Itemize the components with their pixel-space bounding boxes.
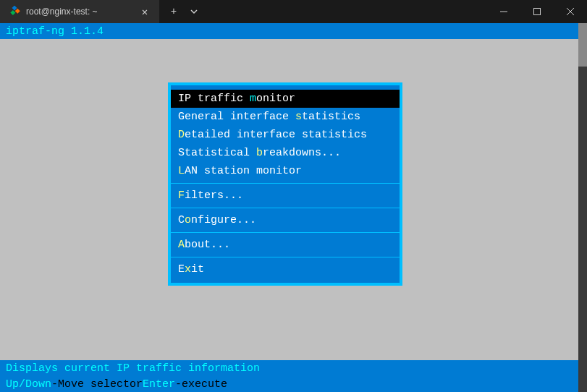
tab-dropdown-button[interactable] [185,3,203,20]
hint-bar: Up/Down-Move selector Enter-execute [0,376,587,392]
menu-item-post: reakdowns... [263,147,341,159]
menu-divider [171,257,400,257]
svg-rect-4 [534,9,541,15]
terminal-area: iptraf-ng 1.1.4 IP traffic monitorGenera… [0,23,587,392]
menu-item-pre: E [178,263,185,276]
menu-item-post: AN station monitor [185,165,302,177]
menu-item-post: onitor [256,93,295,105]
menu-divider [171,232,400,233]
tab-title: root@nginx-test: ~ [26,7,133,17]
menu-item-post: it [191,263,204,276]
menu-item-pre: IP traffic [178,93,250,105]
menu-item-post: etailed interface statistics [185,129,367,141]
menu-item-hotkey: L [178,165,185,177]
menu-item-post: ilters... [185,189,243,202]
tab-controls: + [165,3,203,20]
app-title-bar: iptraf-ng 1.1.4 [0,23,587,39]
hint-label-execute: -execute [175,378,227,391]
content-area: IP traffic monitorGeneral interface stat… [0,39,587,360]
main-menu: IP traffic monitorGeneral interface stat… [168,82,402,286]
titlebar: root@nginx-test: ~ ✕ + [0,0,587,23]
menu-item-pre: C [178,214,185,226]
app-title: iptraf-ng 1.1.4 [6,25,104,38]
menu-item-hotkey: o [185,214,191,226]
hint-label-move: -Move selector [51,378,143,391]
menu-item[interactable]: LAN station monitor [171,162,400,180]
menu-item[interactable]: IP traffic monitor [171,90,400,108]
new-tab-button[interactable]: + [165,3,182,20]
status-bar: Displays current IP traffic information [0,360,587,376]
menu-item-pre: Statistical [178,147,256,159]
menu-divider [171,208,400,208]
menu-item-hotkey: b [256,147,263,159]
status-description: Displays current IP traffic information [6,362,260,375]
minimize-button[interactable] [487,0,520,23]
menu-item-hotkey: D [178,129,185,141]
window-controls [487,0,587,23]
svg-rect-1 [15,9,20,14]
menu-item[interactable]: Exit [171,260,400,278]
menu-item[interactable]: General interface statistics [171,108,400,126]
scrollbar-thumb[interactable] [578,23,587,67]
menu-item[interactable]: Detailed interface statistics [171,126,400,144]
menu-item[interactable]: About... [171,236,400,254]
menu-item[interactable]: Statistical breakdowns... [171,144,400,162]
menu-item[interactable]: Configure... [171,211,400,229]
menu-divider [171,183,400,184]
menu-item-pre: General interface [178,111,295,123]
menu-item-hotkey: s [295,111,302,123]
terminal-tab[interactable]: root@nginx-test: ~ ✕ [0,0,159,23]
hint-key-enter: Enter [143,378,175,391]
menu-item[interactable]: Filters... [171,187,400,205]
menu-item-post: nfigure... [191,214,256,226]
menu-item-hotkey: A [178,239,185,251]
menu-item-post: tatistics [302,111,360,123]
menu-item-hotkey: x [185,263,191,276]
hint-key-updown: Up/Down [6,378,51,391]
menu-item-hotkey: m [250,93,256,105]
maximize-button[interactable] [520,0,554,23]
terminal-icon [9,6,20,17]
close-window-button[interactable] [554,0,587,23]
scrollbar[interactable] [578,23,587,392]
svg-rect-2 [10,10,15,15]
close-icon[interactable]: ✕ [139,6,151,17]
menu-item-post: bout... [185,239,230,251]
menu-item-hotkey: F [178,189,185,202]
